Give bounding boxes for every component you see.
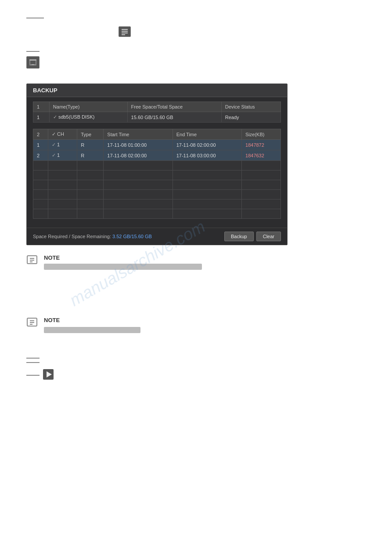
svg-rect-1	[122, 31, 128, 32]
play-icon-row	[26, 369, 366, 380]
svg-rect-3	[122, 34, 125, 35]
device-col-1: 1	[33, 102, 50, 112]
file-col-end: End Time	[173, 129, 241, 140]
file-cell-num: 2	[33, 150, 48, 161]
play-icon	[47, 371, 52, 377]
device-cell-status: Ready	[221, 112, 281, 123]
file-cell-check: ✓ 1	[48, 150, 77, 161]
file-cell-end: 17-11-08 03:00:00	[173, 150, 241, 161]
device-cell-space: 15.60 GB/15.60 GB	[127, 112, 221, 123]
file-cell-start: 17-11-08 02:00:00	[104, 150, 173, 161]
list-icon	[121, 28, 129, 36]
storage-icon	[29, 58, 37, 66]
svg-rect-7	[29, 59, 36, 61]
file-cell-end: 17-11-08 02:00:00	[173, 140, 241, 150]
device-table: 1 Name(Type) Free Space/Total Space Devi…	[33, 102, 281, 123]
note-content-1: NOTE	[44, 254, 366, 270]
storage-icon-row	[26, 47, 366, 54]
file-cell-num: 1	[33, 140, 48, 150]
backup-title: BACKUP	[27, 84, 287, 97]
svg-rect-0	[122, 29, 128, 30]
file-cell-start: 17-11-08 01:00:00	[104, 140, 173, 150]
storage-icon-box[interactable]	[26, 56, 40, 69]
file-col-type: Type	[77, 129, 104, 140]
note-label-1: NOTE	[44, 254, 60, 261]
list-icon-row	[26, 26, 366, 37]
backup-dialog: BACKUP 1 Name(Type) Free Space/Total Spa…	[26, 83, 288, 245]
file-cell-size: 1847632	[242, 150, 281, 161]
note-icon-2	[26, 316, 40, 329]
play-icon-box[interactable]	[43, 369, 54, 380]
bottom-line-3	[26, 375, 40, 376]
list-icon-box[interactable]	[119, 26, 131, 37]
device-cell-num: 1	[33, 112, 50, 123]
note-text-bar-2	[44, 327, 140, 333]
file-row-empty-1	[33, 161, 281, 170]
file-col-size: Size(KB)	[242, 129, 281, 140]
device-col-space: Free Space/Total Space	[127, 102, 221, 112]
space-value: 3.52 GB/15.60 GB	[112, 234, 152, 239]
file-cell-size: 1847872	[242, 140, 281, 150]
note-text-bar-1	[44, 264, 202, 270]
file-col-check: ✓ CH	[48, 129, 77, 140]
space-info: Space Required / Space Remaining: 3.52 G…	[33, 234, 222, 239]
file-row-empty-4	[33, 190, 281, 200]
clear-button[interactable]: Clear	[256, 232, 281, 241]
note-section-2: NOTE	[26, 316, 366, 333]
space-required-label: Space Required / Space Remaining:	[33, 234, 111, 239]
file-cell-type: R	[77, 150, 104, 161]
svg-rect-2	[122, 33, 128, 33]
note-section-1: NOTE	[26, 254, 366, 270]
file-row-empty-3	[33, 180, 281, 190]
sub-line-1	[26, 51, 40, 52]
file-col-2: 2	[33, 129, 48, 140]
file-table: 2 ✓ CH Type Start Time End Time Size(KB)…	[33, 129, 281, 219]
device-row-1[interactable]: 1 ✓ sdb5(USB DISK) 15.60 GB/15.60 GB Rea…	[33, 112, 281, 123]
svg-rect-5	[30, 61, 36, 64]
backup-body: 1 Name(Type) Free Space/Total Space Devi…	[27, 97, 287, 228]
svg-rect-6	[32, 64, 34, 65]
file-cell-check: ✓ 1	[48, 140, 77, 150]
note-icon-1	[26, 254, 40, 266]
device-cell-name: ✓ sdb5(USB DISK)	[49, 112, 127, 123]
backup-button[interactable]: Backup	[224, 232, 254, 241]
backup-footer: Space Required / Space Remaining: 3.52 G…	[27, 228, 287, 245]
bottom-line-2	[26, 362, 40, 363]
file-row-empty-2	[33, 170, 281, 180]
file-row-empty-5	[33, 200, 281, 209]
file-col-start: Start Time	[104, 129, 173, 140]
note-content-2: NOTE	[44, 316, 366, 333]
file-cell-type: R	[77, 140, 104, 150]
note-label-2: NOTE	[44, 317, 60, 323]
top-section-line	[26, 18, 44, 18]
file-row-empty-6	[33, 209, 281, 219]
file-row-1[interactable]: 1 ✓ 1 R 17-11-08 01:00:00 17-11-08 02:00…	[33, 140, 281, 150]
device-col-name: Name(Type)	[49, 102, 127, 112]
bottom-line-1	[26, 358, 40, 359]
device-col-status: Device Status	[221, 102, 281, 112]
file-row-2[interactable]: 2 ✓ 1 R 17-11-08 02:00:00 17-11-08 03:00…	[33, 150, 281, 161]
